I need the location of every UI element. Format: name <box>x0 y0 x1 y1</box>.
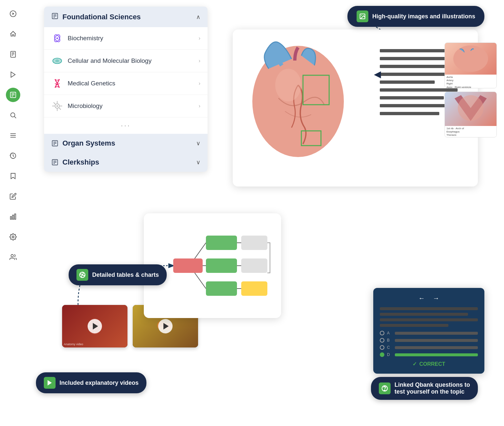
option-d-bar <box>395 353 478 356</box>
cell-bio-label: Cellular and Molecular Biology <box>68 57 152 64</box>
heart-anatomy-panel: ◀ <box>233 29 478 186</box>
sidebar-icon-video[interactable] <box>6 67 20 82</box>
images-badge-icon <box>357 10 368 22</box>
svg-rect-65 <box>241 281 267 296</box>
option-c-label: C <box>387 345 392 350</box>
videos-badge-text: Included explanatory videos <box>59 380 139 386</box>
svg-rect-18 <box>12 215 14 219</box>
play-button-2[interactable] <box>158 319 173 333</box>
microbiology-label: Microbiology <box>68 102 103 110</box>
sidebar-icon-notes[interactable] <box>6 88 20 102</box>
sidebar-icon-document[interactable] <box>6 47 20 62</box>
organ-systems-title: Organ Systems <box>62 139 115 148</box>
sidebar-icon-play[interactable] <box>6 7 20 21</box>
qbank-correct-indicator: ✓ CORRECT <box>380 361 478 367</box>
svg-rect-17 <box>10 217 12 219</box>
qbank-option-d[interactable]: D <box>380 352 478 357</box>
tables-badge-text: Detailed tables & charts <box>92 272 159 278</box>
option-a-label: A <box>387 331 392 335</box>
qbank-badge-text: Linked Qbank questions to test yourself … <box>395 382 470 395</box>
sidebar-icon-bookmark[interactable] <box>6 169 20 183</box>
sidebar-icon-search[interactable] <box>6 108 20 122</box>
organ-systems-section[interactable]: Organ Systems ∨ <box>44 134 208 153</box>
tables-badge-icon <box>76 269 88 281</box>
clerkships-chevron: ∨ <box>196 159 200 166</box>
svg-point-53 <box>453 45 488 72</box>
svg-rect-67 <box>241 258 267 273</box>
qbank-q-line1 <box>380 307 478 310</box>
svg-point-50 <box>275 69 301 101</box>
clerkships-section[interactable]: Clerkships ∨ <box>44 153 208 172</box>
clerkships-icon <box>51 159 59 166</box>
qbank-options: A B C D <box>380 331 478 357</box>
svg-rect-62 <box>206 236 237 250</box>
svg-rect-64 <box>206 281 237 296</box>
nav-item-biochemistry[interactable]: Biochemistry › <box>44 27 208 50</box>
qbank-panel: ← → A B C <box>373 288 484 374</box>
svg-point-21 <box>11 255 13 257</box>
svg-point-81 <box>384 390 385 391</box>
svg-point-30 <box>55 60 59 62</box>
sidebar-icon-list[interactable] <box>6 128 20 143</box>
sidebar-icon-users[interactable] <box>6 250 20 264</box>
qbank-option-b[interactable]: B <box>380 338 478 343</box>
images-badge-text: High-quality images and illustrations <box>372 13 475 20</box>
checkmark-icon: ✓ <box>412 361 417 367</box>
cell-bio-chevron: › <box>199 58 200 64</box>
svg-line-40 <box>59 108 61 110</box>
flowchart-svg <box>154 223 271 308</box>
sidebar-icon-home[interactable] <box>6 27 20 41</box>
svg-marker-1 <box>12 12 14 15</box>
option-d-label: D <box>387 352 392 357</box>
radio-c <box>380 345 384 350</box>
images-feature-badge: High-quality images and illustrations <box>347 6 484 27</box>
nav-item-medical-genetics[interactable]: Medical Genetics › <box>44 72 208 95</box>
svg-point-28 <box>56 37 58 39</box>
qbank-q-line2 <box>380 313 468 316</box>
main-content: Foundational Sciences ∧ Biochemistry › <box>26 0 504 426</box>
qbank-option-a[interactable]: A <box>380 331 478 335</box>
micro-icon <box>51 100 63 112</box>
sidebar <box>0 0 26 426</box>
videos-feature-badge: Included explanatory videos <box>36 372 146 393</box>
microbiology-chevron: › <box>199 103 200 109</box>
sidebar-icon-gear[interactable] <box>6 230 20 244</box>
svg-point-34 <box>56 105 58 107</box>
svg-marker-6 <box>11 72 15 78</box>
svg-point-54 <box>458 95 484 121</box>
svg-line-12 <box>14 116 16 118</box>
qbank-prev[interactable]: ← <box>418 294 425 302</box>
biochemistry-label: Biochemistry <box>68 35 103 42</box>
qbank-badge-line2: test yourself on the topic <box>395 388 470 395</box>
section1-title: Foundational Sciences <box>62 13 141 21</box>
svg-point-20 <box>12 236 14 238</box>
radio-d <box>380 352 384 357</box>
qbank-feature-badge: Linked Qbank questions to test yourself … <box>371 377 478 400</box>
sidebar-icon-edit[interactable] <box>6 189 20 204</box>
nav-item-cell-biology[interactable]: Cellular and Molecular Biology › <box>44 50 208 72</box>
correct-text: CORRECT <box>419 361 445 367</box>
option-a-bar <box>395 332 478 335</box>
svg-point-11 <box>11 113 15 117</box>
video-label-1: Anatomy video <box>64 343 83 346</box>
option-b-label: B <box>387 338 392 343</box>
heart-content: ◀ <box>233 29 478 186</box>
foundational-sciences-section[interactable]: Foundational Sciences ∧ <box>44 7 208 27</box>
sidebar-icon-clock[interactable] <box>6 149 20 163</box>
side-thumbnails: Aorta Artery Right Apex · Right ventricl… <box>445 43 497 137</box>
radio-a <box>380 331 384 335</box>
qbank-badge-icon <box>379 382 391 394</box>
qbank-next[interactable]: → <box>433 294 439 302</box>
play-button-1[interactable] <box>88 319 102 333</box>
heart-illustration <box>239 33 370 170</box>
qbank-q-line3 <box>380 318 478 321</box>
video-thumb-1[interactable]: Anatomy video <box>62 305 127 347</box>
biochemistry-icon <box>51 32 63 44</box>
nav-item-microbiology[interactable]: Microbiology › <box>44 95 208 117</box>
qbank-option-c[interactable]: C <box>380 345 478 350</box>
biochemistry-chevron: › <box>199 35 200 41</box>
sidebar-icon-chart[interactable] <box>6 209 20 224</box>
qbank-navigation: ← → <box>380 294 478 302</box>
cell-bio-icon <box>51 55 63 67</box>
genetics-label: Medical Genetics <box>68 80 115 87</box>
